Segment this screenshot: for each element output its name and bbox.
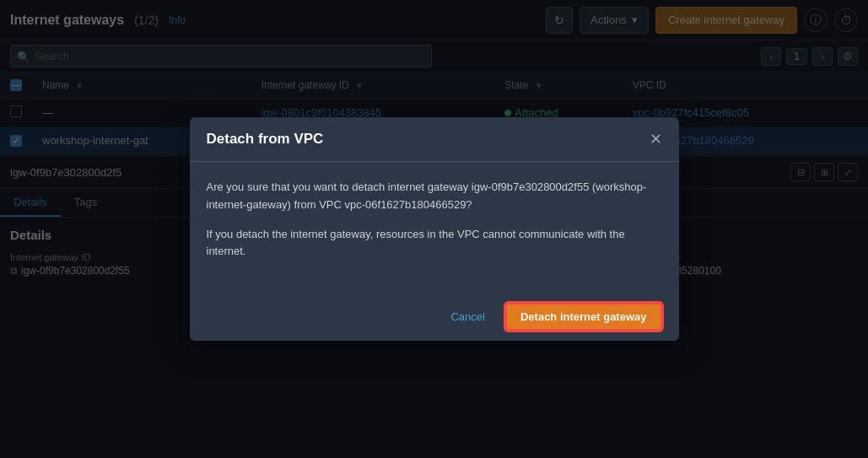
modal-overlay: Detach from VPC ✕ Are you sure that you … (0, 0, 868, 458)
detach-modal: Detach from VPC ✕ Are you sure that you … (190, 117, 679, 341)
modal-header: Detach from VPC ✕ (190, 117, 679, 162)
modal-close-button[interactable]: ✕ (650, 132, 662, 147)
modal-title: Detach from VPC (207, 131, 324, 148)
modal-footer: Cancel Detach internet gateway (190, 293, 679, 341)
detach-button[interactable]: Detach internet gateway (505, 303, 662, 331)
modal-body-line1: Are you sure that you want to detach int… (207, 179, 662, 214)
modal-body: Are you sure that you want to detach int… (190, 162, 679, 293)
cancel-button[interactable]: Cancel (440, 305, 494, 328)
modal-body-line2: If you detach the internet gateway, reso… (207, 226, 662, 261)
